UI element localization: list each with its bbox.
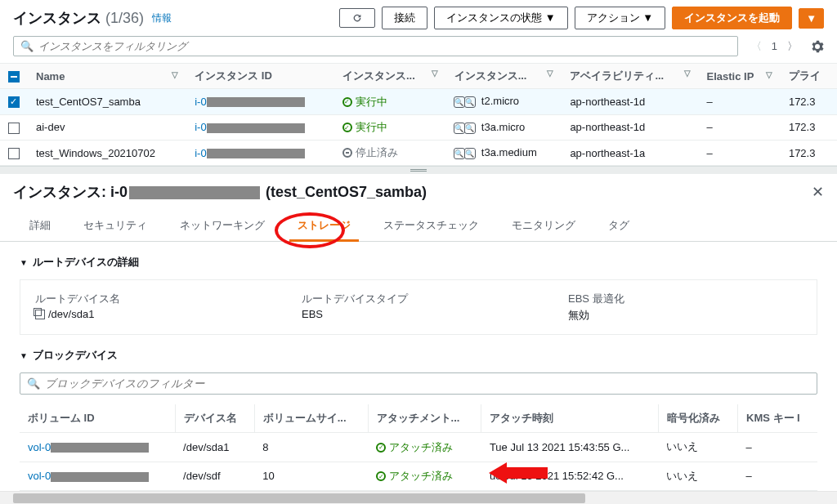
root-device-type-value: EBS [302, 308, 535, 320]
block-device-section[interactable]: ブロックデバイス [20, 348, 817, 363]
scrollbar-thumb[interactable] [13, 493, 585, 503]
cell-eip: – [699, 140, 781, 166]
cell-priv: 172.3 [781, 140, 837, 166]
refresh-button[interactable] [339, 8, 375, 28]
page-number: 1 [772, 40, 777, 52]
tab-networking[interactable]: ネットワーキング [163, 210, 281, 241]
cell-eip: – [699, 114, 781, 140]
instance-id-link[interactable]: i-0 [195, 96, 206, 108]
cell-az: ap-northeast-1a [562, 140, 698, 166]
vcol-kms[interactable]: KMS キー I [738, 404, 818, 433]
instance-filter-input[interactable] [38, 40, 731, 52]
vcol-size[interactable]: ボリュームサイ... [254, 404, 368, 433]
cell-encrypted: いいえ [658, 462, 737, 491]
launch-instance-caret[interactable]: ▼ [799, 8, 824, 29]
block-device-filter-input[interactable] [45, 377, 810, 390]
pager: 〈 1 〉 [748, 38, 801, 56]
cell-device: /dev/sdf [175, 462, 254, 491]
vcol-attach-time[interactable]: アタッチ時刻 [481, 404, 658, 433]
status-running: ✓ 実行中 [342, 95, 387, 109]
vcol-attachment[interactable]: アタッチメント... [368, 404, 481, 433]
page-prev[interactable]: 〈 [748, 38, 765, 56]
cell-name: test_CentOS7_samba [28, 89, 186, 115]
cell-size: 8 [254, 433, 368, 462]
col-type[interactable]: インスタンス...▽ [446, 64, 562, 89]
col-state[interactable]: インスタンス...▽ [334, 64, 446, 89]
instance-filter[interactable]: 🔍 [13, 36, 738, 56]
page-title: インスタンス (1/36) [13, 8, 144, 28]
row-checkbox[interactable] [8, 96, 20, 108]
actions-menu[interactable]: アクション ▼ [575, 7, 665, 29]
copy-icon[interactable] [35, 310, 45, 319]
volumes-table: ボリューム ID デバイス名 ボリュームサイ... アタッチメント... アタッ… [20, 404, 817, 491]
gear-icon[interactable] [811, 40, 824, 53]
cell-name: test_Windows_20210702 [28, 140, 186, 166]
col-name[interactable]: Name▽ [28, 64, 186, 89]
page-header: インスタンス (1/36) 情報 接続 インスタンスの状態 ▼ アクション ▼ … [0, 0, 837, 33]
root-device-section[interactable]: ルートデバイスの詳細 [20, 255, 817, 270]
table-row[interactable]: vol-0/dev/sda18✓ アタッチ済みTue Jul 13 2021 1… [20, 433, 817, 462]
status-stopped: 停止済み [342, 145, 398, 160]
horizontal-scrollbar[interactable] [0, 491, 837, 504]
col-priv[interactable]: プライ [781, 64, 837, 89]
tab-tags[interactable]: タグ [592, 210, 646, 241]
cell-device: /dev/sda1 [175, 433, 254, 462]
row-checkbox[interactable] [8, 148, 20, 159]
select-all-checkbox[interactable] [8, 71, 20, 83]
tab-details[interactable]: 詳細 [13, 210, 67, 241]
table-row[interactable]: test_Windows_20210702i-0 停止済み🔍🔍 t3a.medi… [0, 140, 837, 166]
tab-storage[interactable]: ストレージ [281, 210, 367, 241]
instances-table: Name▽ インスタンス ID インスタンス...▽ インスタンス...▽ アベ… [0, 63, 837, 166]
zoom-icons[interactable]: 🔍🔍 [454, 96, 476, 108]
launch-instance-button[interactable]: インスタンスを起動 [672, 7, 792, 29]
volume-id-link[interactable]: vol-0 [28, 441, 51, 453]
instance-state-menu[interactable]: インスタンスの状態 ▼ [434, 7, 567, 29]
close-icon[interactable]: ✕ [812, 183, 824, 201]
cell-kms: – [738, 462, 818, 491]
table-row[interactable]: ai-devi-0✓ 実行中🔍🔍 t3a.microap-northeast-1… [0, 114, 837, 140]
detail-header: インスタンス: i-0 (test_CentOS7_samba) ✕ [0, 174, 837, 210]
tab-monitoring[interactable]: モニタリング [495, 210, 592, 241]
search-icon: 🔍 [27, 377, 40, 390]
zoom-icons[interactable]: 🔍🔍 [454, 148, 476, 159]
cell-eip: – [699, 89, 781, 115]
page-next[interactable]: 〉 [784, 38, 801, 56]
cell-time: ue Jul 13 2021 15:52:42 G... [481, 462, 658, 491]
ebs-optimized-value: 無効 [568, 308, 802, 323]
storage-pane: ルートデバイスの詳細 ルートデバイス名 /dev/sda1 ルートデバイスタイプ… [0, 242, 837, 504]
col-eip[interactable]: Elastic IP▽ [699, 64, 781, 89]
col-az[interactable]: アベイラビリティ...▽ [562, 64, 698, 89]
block-device-filter[interactable]: 🔍 [20, 372, 817, 395]
col-id[interactable]: インスタンス ID [186, 64, 334, 89]
volume-id-link[interactable]: vol-0 [28, 470, 51, 482]
vcol-encrypted[interactable]: 暗号化済み [658, 404, 737, 433]
row-checkbox[interactable] [8, 123, 20, 134]
cell-priv: 172.3 [781, 89, 837, 115]
table-row[interactable]: test_CentOS7_sambai-0✓ 実行中🔍🔍 t2.microap-… [0, 89, 837, 115]
pane-divider[interactable] [0, 166, 837, 174]
zoom-icons[interactable]: 🔍🔍 [454, 123, 476, 134]
status-attached: ✓ アタッチ済み [376, 469, 453, 484]
tab-status-checks[interactable]: ステータスチェック [367, 210, 495, 241]
cell-az: ap-northeast-1d [562, 114, 698, 140]
vcol-volume-id[interactable]: ボリューム ID [20, 404, 175, 433]
root-device-name-value: /dev/sda1 [35, 308, 269, 320]
table-row[interactable]: vol-0/dev/sdf10✓ アタッチ済みue Jul 13 2021 15… [20, 462, 817, 491]
cell-az: ap-northeast-1d [562, 89, 698, 115]
filter-row: 🔍 〈 1 〉 [0, 33, 837, 63]
ebs-optimized-label: EBS 最適化 [568, 292, 802, 306]
detail-title: インスタンス: i-0 (test_CentOS7_samba) [13, 182, 427, 202]
tab-security[interactable]: セキュリティ [67, 210, 163, 241]
cell-encrypted: いいえ [658, 433, 737, 462]
connect-button[interactable]: 接続 [382, 7, 427, 29]
detail-tabs: 詳細 セキュリティ ネットワーキング ストレージ ステータスチェック モニタリン… [0, 210, 837, 242]
search-icon: 🔍 [20, 40, 34, 52]
info-link[interactable]: 情報 [152, 11, 172, 25]
cell-kms: – [738, 433, 818, 462]
cell-time: Tue Jul 13 2021 15:43:55 G... [481, 433, 658, 462]
root-device-type-label: ルートデバイスタイプ [302, 292, 535, 306]
instance-id-link[interactable]: i-0 [195, 147, 206, 159]
vcol-device-name[interactable]: デバイス名 [175, 404, 254, 433]
cell-priv: 172.3 [781, 114, 837, 140]
instance-id-link[interactable]: i-0 [195, 121, 206, 133]
